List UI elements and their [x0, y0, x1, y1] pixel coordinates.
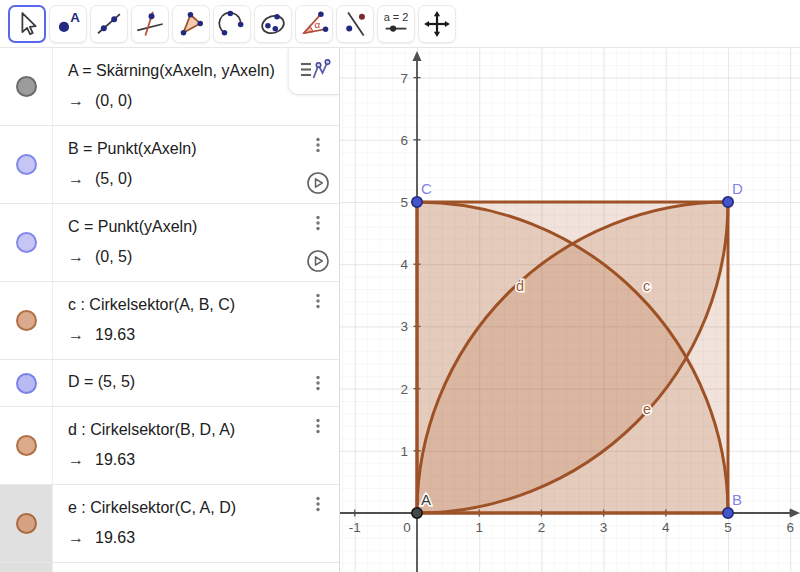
- algebra-value: →19.63: [68, 529, 297, 547]
- row-controls: [297, 126, 339, 203]
- output-arrow-icon: →: [68, 326, 84, 344]
- algebra-style-button[interactable]: [288, 48, 339, 95]
- algebra-value: →(0, 5): [68, 248, 297, 266]
- tool-point-button[interactable]: A: [49, 5, 87, 43]
- y-tick-label: 6: [400, 133, 408, 148]
- algebra-panel: A = Skärning(xAxeln, yAxeln)→(0, 0)B = P…: [0, 48, 340, 572]
- algebra-row-c[interactable]: c : Cirkelsektor(A, B, C)→19.63: [0, 282, 339, 360]
- marker-cell: [0, 485, 53, 562]
- marker-cell: [0, 204, 53, 281]
- angle-tool-icon: α: [299, 9, 329, 39]
- algebra-value: →19.63: [68, 326, 297, 344]
- marker-cell: [0, 360, 53, 406]
- svg-text:A: A: [70, 10, 80, 25]
- point-tool-icon: A: [53, 9, 83, 39]
- tool-move-graphics-button[interactable]: [418, 5, 456, 43]
- visibility-toggle[interactable]: [16, 232, 37, 253]
- tool-slider-button[interactable]: a = 2: [377, 5, 415, 43]
- algebra-row-d[interactable]: d : Cirkelsektor(B, D, A)→19.63: [0, 407, 339, 485]
- marker-cell: [0, 407, 53, 484]
- algebra-row-D[interactable]: D = (5, 5): [0, 360, 339, 407]
- row-controls: [297, 282, 339, 359]
- marker-cell: [0, 282, 53, 359]
- algebra-value: →19.63: [68, 451, 297, 469]
- conic-tool-icon: [258, 9, 288, 39]
- algebra-definition[interactable]: A = Skärning(xAxeln, yAxeln): [68, 61, 297, 80]
- y-tick-label: 1: [400, 444, 408, 459]
- algebra-value: →(5, 0): [68, 170, 297, 188]
- algebra-descriptions-icon: [297, 56, 331, 86]
- point-label-D: D: [732, 180, 743, 197]
- output-arrow-icon: →: [68, 451, 84, 469]
- x-tick-label: -1: [349, 520, 361, 535]
- row-menu-icon[interactable]: [309, 136, 327, 154]
- output-arrow-icon: →: [68, 529, 84, 547]
- x-tick-label: 4: [662, 520, 670, 535]
- algebra-definition[interactable]: c : Cirkelsektor(A, B, C): [68, 295, 297, 314]
- point-label-A: A: [421, 491, 431, 508]
- move-graphics-view-icon: [422, 9, 452, 39]
- algebra-next-row-stub: [0, 563, 339, 572]
- visibility-toggle[interactable]: [16, 435, 37, 456]
- visibility-toggle[interactable]: [16, 154, 37, 175]
- point-label-B: B: [732, 491, 742, 508]
- move-cursor-icon: [12, 9, 42, 39]
- point-label-C: C: [421, 180, 432, 197]
- output-arrow-icon: →: [68, 248, 84, 266]
- tool-circular-arc-button[interactable]: [213, 5, 251, 43]
- tool-angle-button[interactable]: α: [295, 5, 333, 43]
- point-B[interactable]: [723, 508, 733, 518]
- slider-tool-icon: a = 2: [381, 9, 411, 39]
- play-animation-icon[interactable]: [306, 171, 330, 195]
- algebra-definition[interactable]: B = Punkt(xAxeln): [68, 139, 297, 158]
- tool-move-button[interactable]: [8, 5, 46, 43]
- visibility-toggle[interactable]: [16, 513, 37, 534]
- reflect-about-line-tool-icon: [340, 9, 370, 39]
- x-tick-label: 2: [538, 520, 546, 535]
- algebra-row-C[interactable]: C = Punkt(yAxeln)→(0, 5): [0, 204, 339, 282]
- algebra-definition[interactable]: D = (5, 5): [68, 372, 297, 391]
- play-animation-icon[interactable]: [306, 249, 330, 273]
- marker-cell: [0, 48, 53, 125]
- row-menu-icon[interactable]: [309, 214, 327, 232]
- algebra-row-B[interactable]: B = Punkt(xAxeln)→(5, 0): [0, 126, 339, 204]
- row-menu-icon[interactable]: [309, 292, 327, 310]
- y-tick-label: 7: [400, 71, 408, 86]
- y-tick-label: 4: [400, 257, 408, 272]
- x-tick-label: 6: [786, 520, 794, 535]
- x-tick-label: 5: [724, 520, 732, 535]
- tool-line-button[interactable]: [90, 5, 128, 43]
- algebra-definition[interactable]: d : Cirkelsektor(B, D, A): [68, 420, 297, 439]
- y-tick-label: 3: [400, 319, 408, 334]
- row-menu-icon[interactable]: [309, 374, 327, 392]
- curve-label-e: e: [643, 401, 651, 417]
- row-controls: [297, 360, 339, 406]
- x-tick-label: 0: [403, 520, 411, 535]
- y-tick-label: 5: [400, 195, 408, 210]
- point-C[interactable]: [412, 197, 422, 207]
- svg-text:α: α: [315, 19, 321, 30]
- curve-label-c: c: [643, 278, 650, 294]
- circular-arc-tool-icon: [217, 9, 247, 39]
- output-arrow-icon: →: [68, 170, 84, 188]
- tool-polygon-button[interactable]: [172, 5, 210, 43]
- svg-text:a = 2: a = 2: [384, 11, 409, 23]
- row-menu-icon[interactable]: [309, 495, 327, 513]
- visibility-toggle[interactable]: [16, 310, 37, 331]
- x-tick-label: 3: [600, 520, 608, 535]
- row-controls: [297, 407, 339, 484]
- y-tick-label: 2: [400, 382, 408, 397]
- graphics-view[interactable]: -101234561234567dceABCD: [340, 48, 800, 572]
- row-menu-icon[interactable]: [309, 417, 327, 435]
- point-A[interactable]: [412, 508, 422, 518]
- algebra-row-e[interactable]: e : Cirkelsektor(C, A, D)→19.63: [0, 485, 339, 563]
- tool-reflect-button[interactable]: [336, 5, 374, 43]
- algebra-definition[interactable]: C = Punkt(yAxeln): [68, 217, 297, 236]
- visibility-toggle[interactable]: [16, 76, 37, 97]
- visibility-toggle[interactable]: [16, 373, 37, 394]
- point-D[interactable]: [723, 197, 733, 207]
- line-tool-icon: [94, 9, 124, 39]
- algebra-definition[interactable]: e : Cirkelsektor(C, A, D): [68, 498, 297, 517]
- tool-conic-button[interactable]: [254, 5, 292, 43]
- tool-perpendicular-line-button[interactable]: [131, 5, 169, 43]
